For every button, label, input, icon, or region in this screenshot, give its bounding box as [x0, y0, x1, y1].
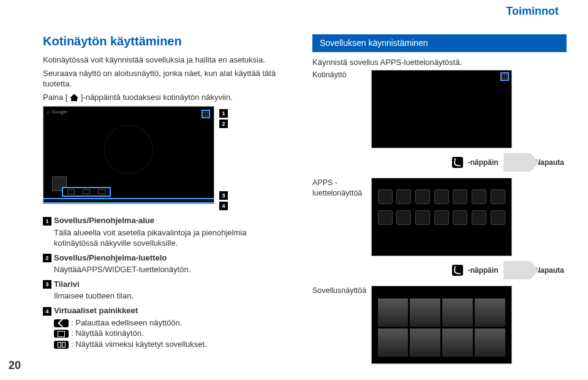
label-apps: APPS - luettelonäyttöä: [312, 178, 369, 199]
legend-1-title: Sovellus/Pienohjelma-alue: [54, 216, 154, 225]
label-apps-a: APPS -: [312, 178, 337, 187]
legend-item-4: 4Virtuaaliset painikkeet : Palauttaa ede…: [43, 305, 288, 349]
nav-bar-highlight: [62, 187, 111, 197]
legend-4-recent-text: : Näyttää viimeksi käytetyt sovellukset.: [71, 340, 207, 349]
legend-num-2: 2: [43, 254, 51, 262]
callout-3: 3: [219, 191, 228, 200]
clock-widget-icon: [104, 125, 153, 174]
callout-4: 4: [219, 202, 228, 210]
legend-4-recent: : Näyttää viimeksi käytetyt sovellukset.: [54, 339, 288, 350]
action-row-1: -näppäin Napauta: [312, 153, 567, 172]
right-intro: Käynnistä sovellus APPS-luettelonäytöstä…: [312, 57, 567, 68]
legend-2-desc: NäyttääAPPS/WIDGET-luettelonäytön.: [43, 264, 288, 275]
tap-label-2: Napauta: [535, 265, 564, 275]
home-screen-thumb: [371, 70, 512, 148]
legend-4-title: Virtuaaliset painikkeet: [54, 306, 138, 315]
legend-1-desc: Tällä alueella voit asetella pikavalinto…: [43, 227, 288, 249]
arrow-icon: [503, 261, 530, 279]
arrow-icon: [503, 153, 530, 172]
row-home: Kotinäyttö: [312, 70, 567, 148]
apps-grid-icon: [202, 110, 210, 118]
apps-screen-thumb: [371, 178, 512, 256]
legend-4-home-text: : Näyttää kotinäytön.: [71, 329, 144, 338]
apps-grid-icon: [500, 72, 509, 81]
legend-4-back: : Palauttaa edelliseen näyttöön.: [54, 317, 288, 329]
legend: 1Sovellus/Pienohjelma-alue Tällä alueell…: [43, 215, 288, 349]
app-screen-thumb: [371, 286, 512, 364]
intro-p3: Paina [ ]-näppäintä tuodaksesi kotinäytö…: [43, 92, 288, 103]
app-row-1: [378, 189, 505, 204]
status-bar-highlight: [43, 198, 214, 203]
tap-label: Napauta: [535, 158, 564, 167]
recent-key-icon: [54, 341, 69, 349]
legend-item-3: 3Tilarivi Ilmaisee tuotteen tilan.: [43, 279, 288, 302]
back-icon: [452, 157, 463, 168]
legend-num-4: 4: [43, 307, 51, 316]
page-number: 20: [9, 358, 21, 373]
right-column: Sovelluksen käynnistäminen Käynnistä sov…: [312, 34, 567, 364]
back-icon: [452, 265, 463, 276]
row-apps: APPS - luettelonäyttöä: [312, 178, 567, 256]
label-apps-b: luettelonäyttöä: [312, 189, 362, 197]
legend-item-1: 1Sovellus/Pienohjelma-alue Tällä alueell…: [43, 215, 288, 249]
row-app-screen: Sovellusnäyttöä: [312, 286, 567, 364]
home-key-icon: [54, 330, 69, 338]
legend-num-3: 3: [43, 280, 51, 289]
legend-2-title: Sovellus/Pienohjelma-luettelo: [54, 253, 167, 262]
legend-3-desc: Ilmaisee tuotteen tilan.: [43, 291, 288, 302]
back-label: -näppäin: [468, 158, 499, 167]
intro-p1: Kotinäytössä voit käynnistää sovelluksia…: [43, 55, 288, 66]
p3-pre: Paina [: [43, 93, 70, 102]
section-header: Toiminnot: [506, 4, 559, 18]
p3-post: ]-näppäintä tuodaksesi kotinäytön näkyvi…: [81, 93, 233, 102]
callout-1: 1: [219, 109, 228, 118]
search-icon: ⌕ Google: [47, 109, 67, 116]
label-home: Kotinäyttö: [312, 70, 369, 80]
label-appview: Sovellusnäyttöä: [312, 286, 369, 296]
legend-num-1: 1: [43, 217, 51, 226]
left-column: Kotinäytön käyttäminen Kotinäytössä voit…: [43, 33, 288, 353]
intro-p2: Seuraava näyttö on aloitusnäyttö, jonka …: [43, 68, 288, 89]
callout-2: 2: [219, 120, 228, 128]
legend-3-title: Tilarivi: [54, 279, 80, 289]
home-icon: [70, 94, 78, 101]
gallery-grid: [372, 286, 511, 360]
legend-item-2: 2Sovellus/Pienohjelma-luettelo NäyttääAP…: [43, 253, 288, 275]
back-key-icon: [54, 319, 69, 327]
legend-4-home: : Näyttää kotinäytön.: [54, 328, 288, 339]
page-title: Kotinäytön käyttäminen: [43, 33, 288, 50]
section-bar: Sovelluksen käynnistäminen: [312, 34, 567, 52]
legend-4-back-text: : Palauttaa edelliseen näyttöön.: [71, 318, 182, 327]
callout-stack-bottom: 3 4: [219, 191, 228, 210]
back-label-2: -näppäin: [468, 265, 499, 275]
action-row-2: -näppäin Napauta: [312, 261, 567, 279]
app-row-2: [378, 210, 505, 225]
callout-stack-top: 1 2: [219, 109, 228, 128]
home-screenshot: ⌕ Google: [43, 106, 214, 204]
